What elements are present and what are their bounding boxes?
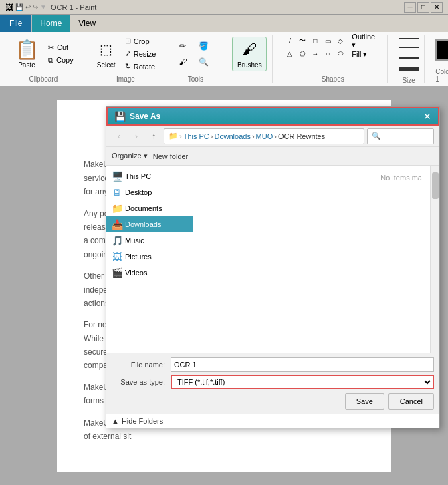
breadcrumb-this-pc[interactable]: This PC	[183, 132, 209, 140]
desktop-icon: 🖥	[112, 187, 122, 198]
size-group: Size	[393, 35, 425, 83]
minimize-btn[interactable]: ─	[404, 2, 416, 13]
dialog-buttons: Save Cancel	[112, 393, 434, 410]
shape-triangle[interactable]: △	[284, 47, 296, 59]
breadcrumb-bar[interactable]: 📁 › This PC › Downloads › MUO › OCR Rewr…	[164, 128, 364, 144]
breadcrumb-downloads[interactable]: Downloads	[214, 132, 250, 140]
dialog-title-icon: 💾	[114, 111, 126, 122]
filename-row: File name:	[112, 357, 434, 372]
maximize-btn[interactable]: □	[417, 2, 429, 13]
filename-input[interactable]	[171, 357, 434, 372]
folder-downloads[interactable]: 📥 Downloads	[106, 216, 193, 232]
title-bar: 🖼 💾 ↩ ↪ ▼ OCR 1 - Paint ─ □ ✕	[0, 0, 448, 15]
shape-diamond[interactable]: ◇	[334, 35, 346, 47]
dialog-close-button[interactable]: ✕	[423, 111, 431, 122]
pictures-icon: 🖼	[112, 251, 122, 262]
shape-arrow[interactable]: →	[309, 47, 321, 59]
file-list-empty-text: No items ma	[378, 171, 425, 184]
close-btn[interactable]: ✕	[431, 2, 443, 13]
folder-tree: 🖥️ This PC 🖥 Desktop 📁 Documents 📥 Downl…	[106, 166, 193, 353]
organize-button[interactable]: Organize ▾	[112, 152, 148, 160]
brushes-button[interactable]: 🖌 Brushes	[232, 37, 267, 71]
tab-file[interactable]: File	[0, 15, 32, 32]
cut-icon: ✂	[48, 43, 54, 52]
back-button[interactable]: ‹	[112, 129, 126, 144]
copy-icon: ⧉	[48, 56, 53, 65]
filetype-select[interactable]: TIFF (*.tif;*.tiff)	[171, 375, 434, 389]
this-pc-icon: 🖥️	[112, 171, 122, 182]
rotate-icon: ↻	[125, 62, 131, 71]
brushes-group: 🖌 Brushes Brushes	[227, 35, 273, 83]
scrollbar[interactable]	[430, 166, 439, 353]
music-icon: 🎵	[112, 235, 122, 246]
save-as-dialog: 💾 Save As ✕ ‹ › ↑ 📁 › This PC › Download…	[106, 106, 440, 428]
shape-rect2[interactable]: ▭	[322, 35, 334, 47]
shapes-group: / 〜 □ ▭ ◇ △ ⬠ → ○ ⬭ Outline ▾	[278, 35, 388, 83]
resize-icon: ⤢	[125, 49, 131, 58]
dialog-body: 🖥️ This PC 🖥 Desktop 📁 Documents 📥 Downl…	[106, 166, 439, 353]
crop-button[interactable]: ⊡ Crop	[122, 35, 159, 47]
breadcrumb-ocr-rewrites[interactable]: OCR Rewrites	[278, 132, 325, 140]
search-bar[interactable]: 🔍	[367, 128, 434, 144]
folder-desktop[interactable]: 🖥 Desktop	[106, 184, 193, 200]
rotate-button[interactable]: ↻ Rotate	[122, 61, 159, 73]
dialog-footer: File name: Save as type: TIFF (*.tif;*.t…	[106, 353, 439, 414]
cancel-button[interactable]: Cancel	[388, 393, 434, 410]
filetype-row: Save as type: TIFF (*.tif;*.tiff)	[112, 375, 434, 389]
color-swatch[interactable]	[435, 39, 448, 61]
search-icon: 🔍	[372, 132, 381, 140]
tab-home[interactable]: Home	[32, 15, 70, 32]
tools-group: ✏ 🪣 🖌 🔍 Tools	[170, 35, 221, 83]
forward-button[interactable]: ›	[129, 129, 144, 144]
color-group: Color 1	[430, 35, 448, 83]
folder-this-pc[interactable]: 🖥️ This PC	[106, 168, 193, 184]
hide-folders-icon: ▲	[112, 417, 119, 425]
new-folder-button[interactable]: New folder	[153, 152, 189, 160]
folder-pictures[interactable]: 🖼 Pictures	[106, 249, 193, 265]
size-3[interactable]	[399, 53, 419, 63]
save-button[interactable]: Save	[345, 393, 384, 410]
brush-tool-button[interactable]: 🖌	[175, 55, 190, 69]
folder-videos[interactable]: 🎬 Videos	[106, 265, 193, 281]
file-list: No items ma	[193, 166, 430, 353]
hide-folders-row[interactable]: ▲ Hide Folders	[106, 414, 439, 428]
title-icons: 🖼 💾 ↩ ↪ ▼	[5, 3, 47, 12]
hide-folders-label: Hide Folders	[122, 417, 163, 425]
cut-button[interactable]: ✂ Cut	[45, 41, 76, 53]
ribbon: File Home View 📋 Paste	[0, 15, 448, 86]
shape-oval[interactable]: ⬭	[334, 47, 346, 59]
tab-view[interactable]: View	[70, 15, 104, 32]
up-button[interactable]: ↑	[146, 129, 161, 144]
fill-button[interactable]: 🪣	[196, 39, 211, 53]
videos-icon: 🎬	[112, 267, 122, 278]
breadcrumb-muo[interactable]: MUO	[256, 132, 273, 140]
paint-body: Disclaimer & Privacy Policy MakeUseOf.cc…	[0, 86, 448, 485]
shape-line[interactable]: /	[284, 35, 296, 47]
ribbon-content: 📋 Paste ✂ Cut ⧉ Copy	[0, 32, 448, 86]
paste-icon: 📋	[15, 39, 39, 61]
image-group: ⬚ Select ⊡ Crop ⤢ Resize ↻	[88, 35, 165, 83]
paste-button[interactable]: 📋 Paste	[11, 37, 43, 71]
pencil-button[interactable]: ✏	[175, 39, 190, 53]
crop-icon: ⊡	[125, 37, 131, 45]
scrollbar-thumb[interactable]	[432, 172, 439, 199]
size-2[interactable]	[399, 43, 419, 51]
folder-music[interactable]: 🎵 Music	[106, 232, 193, 249]
shape-pentagon[interactable]: ⬠	[296, 47, 308, 59]
dialog-title-text: Save As	[130, 112, 419, 121]
outline-button[interactable]: Outline ▾	[349, 35, 382, 47]
shape-rect[interactable]: □	[309, 35, 321, 47]
clipboard-group: 📋 Paste ✂ Cut ⧉ Copy	[5, 35, 82, 83]
filename-label: File name:	[112, 361, 165, 369]
select-button[interactable]: ⬚ Select	[93, 37, 120, 71]
copy-button[interactable]: ⧉ Copy	[45, 54, 76, 66]
fill-shape-button[interactable]: Fill ▾	[349, 48, 382, 60]
size-1[interactable]	[399, 35, 419, 41]
magnify-button[interactable]: 🔍	[196, 55, 211, 69]
resize-button[interactable]: ⤢ Resize	[122, 48, 159, 60]
size-4[interactable]	[399, 65, 419, 74]
shape-circle[interactable]: ○	[322, 47, 334, 59]
folder-documents[interactable]: 📁 Documents	[106, 200, 193, 216]
filetype-label: Save as type:	[112, 378, 165, 386]
shape-curve[interactable]: 〜	[296, 35, 308, 47]
